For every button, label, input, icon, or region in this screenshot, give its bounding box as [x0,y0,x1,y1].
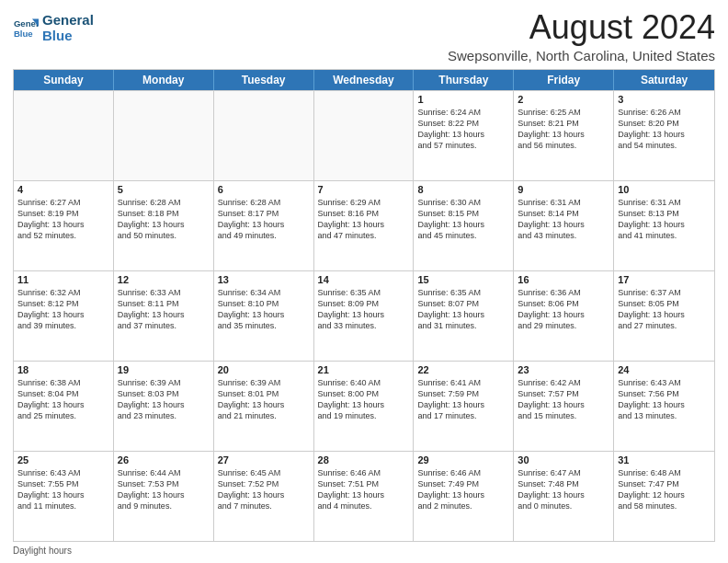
header-cell-monday: Monday [114,70,214,90]
calendar-cell: 4Sunrise: 6:27 AM Sunset: 8:19 PM Daylig… [14,181,114,270]
day-info: Sunrise: 6:47 AM Sunset: 7:48 PM Dayligh… [518,467,609,512]
day-info: Sunrise: 6:44 AM Sunset: 7:53 PM Dayligh… [118,467,210,512]
day-info: Sunrise: 6:42 AM Sunset: 7:57 PM Dayligh… [518,377,609,422]
day-number: 7 [318,184,410,195]
day-number: 31 [618,454,711,465]
day-number: 26 [118,454,210,465]
day-info: Sunrise: 6:45 AM Sunset: 7:52 PM Dayligh… [218,467,310,512]
calendar-cell: 22Sunrise: 6:41 AM Sunset: 7:59 PM Dayli… [414,362,514,451]
calendar-cell [114,91,214,180]
calendar-cell: 16Sunrise: 6:36 AM Sunset: 8:06 PM Dayli… [514,271,614,361]
day-info: Sunrise: 6:27 AM Sunset: 8:19 PM Dayligh… [17,197,109,242]
day-number: 1 [417,94,509,105]
day-number: 9 [518,184,609,195]
header-cell-thursday: Thursday [414,70,514,90]
calendar-cell: 9Sunrise: 6:31 AM Sunset: 8:14 PM Daylig… [514,181,614,270]
day-info: Sunrise: 6:40 AM Sunset: 8:00 PM Dayligh… [318,377,410,422]
calendar-row-2: 11Sunrise: 6:32 AM Sunset: 8:12 PM Dayli… [14,270,714,361]
subtitle: Swepsonville, North Carolina, United Sta… [448,48,715,63]
calendar-cell [214,91,314,180]
calendar-cell: 17Sunrise: 6:37 AM Sunset: 8:05 PM Dayli… [614,271,714,361]
day-info: Sunrise: 6:26 AM Sunset: 8:20 PM Dayligh… [618,107,711,152]
day-number: 5 [118,184,210,195]
calendar-cell: 23Sunrise: 6:42 AM Sunset: 7:57 PM Dayli… [514,362,614,451]
calendar-cell: 3Sunrise: 6:26 AM Sunset: 8:20 PM Daylig… [614,91,714,180]
calendar-cell: 15Sunrise: 6:35 AM Sunset: 8:07 PM Dayli… [414,271,514,361]
logo: General Blue General Blue [13,13,94,43]
calendar: SundayMondayTuesdayWednesdayThursdayFrid… [13,69,715,542]
day-info: Sunrise: 6:37 AM Sunset: 8:05 PM Dayligh… [618,287,711,332]
day-number: 19 [118,364,210,375]
day-info: Sunrise: 6:46 AM Sunset: 7:49 PM Dayligh… [417,467,509,512]
day-info: Sunrise: 6:43 AM Sunset: 7:55 PM Dayligh… [17,467,109,512]
header-cell-wednesday: Wednesday [314,70,415,90]
day-number: 20 [218,364,310,375]
calendar-cell: 25Sunrise: 6:43 AM Sunset: 7:55 PM Dayli… [14,452,114,541]
day-number: 11 [17,274,109,285]
header: General Blue General Blue August 2024 Sw… [13,9,715,63]
day-info: Sunrise: 6:36 AM Sunset: 8:06 PM Dayligh… [518,287,609,332]
day-number: 21 [318,364,410,375]
day-info: Sunrise: 6:41 AM Sunset: 7:59 PM Dayligh… [417,377,509,422]
day-info: Sunrise: 6:46 AM Sunset: 7:51 PM Dayligh… [318,467,410,512]
calendar-cell: 28Sunrise: 6:46 AM Sunset: 7:51 PM Dayli… [314,452,415,541]
header-cell-saturday: Saturday [614,70,714,90]
calendar-cell: 8Sunrise: 6:30 AM Sunset: 8:15 PM Daylig… [414,181,514,270]
day-info: Sunrise: 6:38 AM Sunset: 8:04 PM Dayligh… [17,377,109,422]
day-number: 23 [518,364,609,375]
calendar-cell: 2Sunrise: 6:25 AM Sunset: 8:21 PM Daylig… [514,91,614,180]
calendar-cell: 24Sunrise: 6:43 AM Sunset: 7:56 PM Dayli… [614,362,714,451]
page: General Blue General Blue August 2024 Sw… [0,0,728,563]
calendar-cell: 21Sunrise: 6:40 AM Sunset: 8:00 PM Dayli… [314,362,415,451]
day-number: 6 [218,184,310,195]
calendar-cell: 27Sunrise: 6:45 AM Sunset: 7:52 PM Dayli… [214,452,314,541]
day-info: Sunrise: 6:43 AM Sunset: 7:56 PM Dayligh… [618,377,711,422]
calendar-cell: 26Sunrise: 6:44 AM Sunset: 7:53 PM Dayli… [114,452,214,541]
calendar-cell: 13Sunrise: 6:34 AM Sunset: 8:10 PM Dayli… [214,271,314,361]
day-number: 10 [618,184,711,195]
day-info: Sunrise: 6:28 AM Sunset: 8:17 PM Dayligh… [218,197,310,242]
header-cell-sunday: Sunday [14,70,114,90]
day-number: 3 [618,94,711,105]
header-cell-friday: Friday [514,70,614,90]
calendar-row-1: 4Sunrise: 6:27 AM Sunset: 8:19 PM Daylig… [14,180,714,270]
day-info: Sunrise: 6:33 AM Sunset: 8:11 PM Dayligh… [118,287,210,332]
day-number: 12 [118,274,210,285]
calendar-cell: 12Sunrise: 6:33 AM Sunset: 8:11 PM Dayli… [114,271,214,361]
day-info: Sunrise: 6:39 AM Sunset: 8:03 PM Dayligh… [118,377,210,422]
calendar-header: SundayMondayTuesdayWednesdayThursdayFrid… [14,70,714,90]
day-info: Sunrise: 6:32 AM Sunset: 8:12 PM Dayligh… [17,287,109,332]
day-number: 17 [618,274,711,285]
day-number: 4 [17,184,109,195]
day-info: Sunrise: 6:39 AM Sunset: 8:01 PM Dayligh… [218,377,310,422]
day-number: 2 [518,94,609,105]
calendar-row-4: 25Sunrise: 6:43 AM Sunset: 7:55 PM Dayli… [14,451,714,541]
calendar-body: 1Sunrise: 6:24 AM Sunset: 8:22 PM Daylig… [14,90,714,541]
calendar-cell: 1Sunrise: 6:24 AM Sunset: 8:22 PM Daylig… [414,91,514,180]
calendar-cell: 20Sunrise: 6:39 AM Sunset: 8:01 PM Dayli… [214,362,314,451]
calendar-cell: 29Sunrise: 6:46 AM Sunset: 7:49 PM Dayli… [414,452,514,541]
day-number: 15 [417,274,509,285]
day-info: Sunrise: 6:24 AM Sunset: 8:22 PM Dayligh… [417,107,509,152]
day-number: 18 [17,364,109,375]
calendar-row-0: 1Sunrise: 6:24 AM Sunset: 8:22 PM Daylig… [14,90,714,180]
day-info: Sunrise: 6:35 AM Sunset: 8:09 PM Dayligh… [318,287,410,332]
calendar-cell: 30Sunrise: 6:47 AM Sunset: 7:48 PM Dayli… [514,452,614,541]
header-cell-tuesday: Tuesday [214,70,314,90]
calendar-cell: 14Sunrise: 6:35 AM Sunset: 8:09 PM Dayli… [314,271,415,361]
calendar-cell: 18Sunrise: 6:38 AM Sunset: 8:04 PM Dayli… [14,362,114,451]
day-number: 30 [518,454,609,465]
day-info: Sunrise: 6:35 AM Sunset: 8:07 PM Dayligh… [417,287,509,332]
title-block: August 2024 Swepsonville, North Carolina… [448,9,715,63]
day-info: Sunrise: 6:25 AM Sunset: 8:21 PM Dayligh… [518,107,609,152]
day-info: Sunrise: 6:31 AM Sunset: 8:13 PM Dayligh… [618,197,711,242]
footer-note: Daylight hours [13,546,715,556]
day-info: Sunrise: 6:48 AM Sunset: 7:47 PM Dayligh… [618,467,711,512]
calendar-cell: 5Sunrise: 6:28 AM Sunset: 8:18 PM Daylig… [114,181,214,270]
day-number: 8 [417,184,509,195]
calendar-cell: 11Sunrise: 6:32 AM Sunset: 8:12 PM Dayli… [14,271,114,361]
day-info: Sunrise: 6:34 AM Sunset: 8:10 PM Dayligh… [218,287,310,332]
day-number: 27 [218,454,310,465]
calendar-cell: 10Sunrise: 6:31 AM Sunset: 8:13 PM Dayli… [614,181,714,270]
day-number: 22 [417,364,509,375]
